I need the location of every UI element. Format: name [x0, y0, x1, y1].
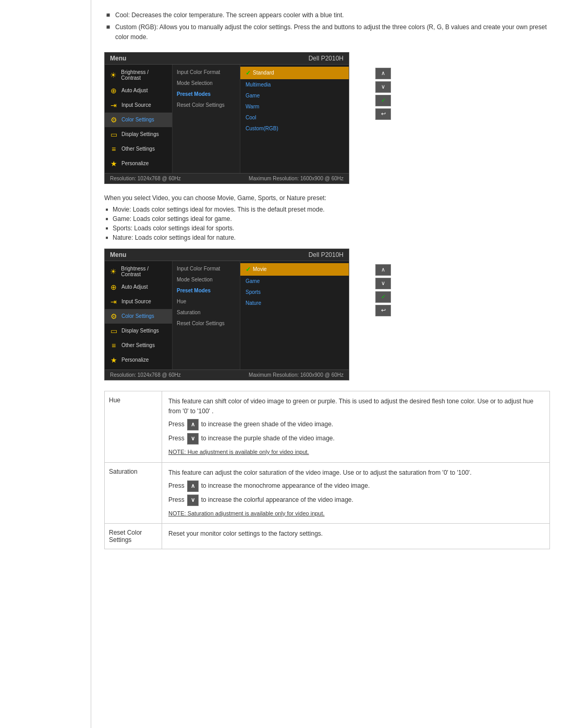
nav-down-2[interactable]: ∨	[375, 278, 391, 289]
footer-left-2: Resolution: 1024x768 @ 60Hz	[110, 372, 181, 378]
personalize-icon-1: ★	[109, 159, 118, 168]
mid-col-1: Input Color Format Mode Selection Preset…	[173, 65, 240, 173]
nav-up-2[interactable]: ∧	[375, 264, 391, 276]
right-standard-label-1: Standard	[253, 70, 274, 76]
other-label-1: Other Settings	[121, 146, 155, 152]
mid-hue-2[interactable]: Hue	[173, 296, 240, 307]
right-custom-1[interactable]: Custom(RGB)	[240, 123, 349, 134]
mid-col-2: Input Color Format Mode Selection Preset…	[173, 261, 240, 369]
right-multimedia-1[interactable]: Multimedia	[240, 79, 349, 90]
monitor-ui-2: Menu Dell P2010H ☀ Brightness / Contrast…	[104, 249, 370, 380]
right-cool-1[interactable]: Cool	[240, 112, 349, 123]
sidebar-color-2[interactable]: ⚙ Color Settings	[105, 309, 172, 324]
mid-mode-selection-1[interactable]: Mode Selection	[173, 78, 240, 89]
display-label-2: Display Settings	[121, 328, 159, 334]
monitor-ui-1: Menu Dell P2010H ☀ Brightness / Contrast…	[104, 52, 370, 184]
display-label-1: Display Settings	[121, 131, 159, 137]
press-label-hue-down: Press	[168, 434, 185, 443]
nav-down-1[interactable]: ∨	[375, 81, 391, 93]
right-sports-2[interactable]: Sports	[240, 287, 349, 298]
sidebar-other-2[interactable]: ≡ Other Settings	[105, 338, 172, 353]
nav-back-2[interactable]: ↩	[375, 305, 391, 316]
right-warm-1[interactable]: Warm	[240, 101, 349, 112]
sidebar-personalize-1[interactable]: ★ Personalize	[105, 156, 172, 171]
right-nature-2[interactable]: Nature	[240, 298, 349, 309]
press-label-sat-up: Press	[168, 481, 185, 491]
right-movie-label-2: Movie	[253, 266, 267, 272]
saturation-down-btn[interactable]: ∨	[187, 495, 199, 506]
feature-row-hue: Hue This feature can shift color of vide…	[105, 391, 549, 463]
mid-mode-selection-2[interactable]: Mode Selection	[173, 274, 240, 285]
auto-label-2: Auto Adjust	[121, 284, 148, 290]
auto-icon-2: ⊕	[109, 282, 118, 292]
between-intro: When you select Video, you can choose Mo…	[104, 194, 550, 202]
sidebar-personalize-2[interactable]: ★ Personalize	[105, 353, 172, 367]
check-icon-1: ✓	[246, 69, 251, 77]
right-standard-1[interactable]: ✓ Standard	[240, 67, 349, 79]
sidebar-other-1[interactable]: ≡ Other Settings	[105, 142, 172, 156]
sidebar-2: ☀ Brightness / Contrast ⊕ Auto Adjust ⇥ …	[105, 261, 173, 369]
sidebar-auto-1[interactable]: ⊕ Auto Adjust	[105, 83, 172, 98]
check-icon-2: ✓	[246, 266, 251, 273]
other-label-2: Other Settings	[121, 342, 155, 348]
monitor-body-2: ☀ Brightness / Contrast ⊕ Auto Adjust ⇥ …	[105, 261, 349, 369]
sidebar-display-1[interactable]: ▭ Display Settings	[105, 127, 172, 142]
model-label-2: Dell P2010H	[309, 251, 344, 258]
sidebar-auto-2[interactable]: ⊕ Auto Adjust	[105, 280, 172, 294]
sidebar-1: ☀ Brightness / Contrast ⊕ Auto Adjust ⇥ …	[105, 65, 173, 173]
right-col-2: ✓ Movie Game Sports Nature	[240, 261, 349, 369]
footer-right-2: Maximum Resolution: 1600x900 @ 60Hz	[249, 372, 344, 378]
monitor-display-2: Menu Dell P2010H ☀ Brightness / Contrast…	[104, 249, 349, 380]
sidebar-brightness-1[interactable]: ☀ Brightness / Contrast	[105, 67, 172, 83]
personalize-label-1: Personalize	[121, 161, 149, 166]
color-label-2: Color Settings	[121, 313, 154, 319]
sidebar-color-1[interactable]: ⚙ Color Settings	[105, 113, 172, 127]
brightness-label-2: Brightness / Contrast	[121, 266, 168, 277]
hue-down-btn[interactable]: ∨	[187, 433, 199, 445]
saturation-down-text: to increase the colorful appearance of t…	[201, 495, 353, 505]
mid-input-format-1[interactable]: Input Color Format	[173, 67, 240, 78]
color-label-1: Color Settings	[121, 117, 154, 122]
monitor-footer-2: Resolution: 1024x768 @ 60Hz Maximum Reso…	[105, 369, 349, 380]
input-icon-2: ⇥	[109, 297, 118, 306]
nav-buttons-1: ∧ ∨ ✓ ↩	[375, 68, 391, 120]
mid-reset-color-1[interactable]: Reset Color Settings	[173, 100, 240, 110]
monitor-body-1: ☀ Brightness / Contrast ⊕ Auto Adjust ⇥ …	[105, 65, 349, 173]
sidebar-display-2[interactable]: ▭ Display Settings	[105, 324, 172, 338]
hue-note: NOTE: Hue adjustment is available only f…	[168, 448, 543, 457]
feature-table: Hue This feature can shift color of vide…	[104, 391, 550, 550]
monitor-display-1: Menu Dell P2010H ☀ Brightness / Contrast…	[104, 52, 349, 184]
mid-saturation-2[interactable]: Saturation	[173, 307, 240, 318]
color-icon-2: ⚙	[109, 312, 118, 321]
right-game-2[interactable]: Game	[240, 276, 349, 287]
feature-row-saturation: Saturation This feature can adjust the c…	[105, 463, 549, 524]
bullet-custom: ◾ Custom (RGB): Allows you to manually a…	[104, 22, 550, 42]
hue-intro: This feature can shift color of video im…	[168, 398, 533, 415]
sidebar-input-1[interactable]: ⇥ Input Source	[105, 98, 172, 113]
sidebar-brightness-2[interactable]: ☀ Brightness / Contrast	[105, 263, 172, 280]
press-label-sat-down: Press	[168, 495, 185, 505]
nav-check-1[interactable]: ✓	[375, 95, 391, 106]
mid-preset-modes-2[interactable]: Preset Modes	[173, 285, 240, 296]
hue-content: This feature can shift color of video im…	[162, 391, 549, 462]
bullet-dot-1: ◾	[104, 10, 112, 20]
mid-input-format-2[interactable]: Input Color Format	[173, 263, 240, 274]
nav-up-1[interactable]: ∧	[375, 68, 391, 79]
right-game-1[interactable]: Game	[240, 90, 349, 101]
saturation-up-btn[interactable]: ∧	[187, 480, 199, 492]
hue-up-btn[interactable]: ∧	[187, 419, 199, 430]
brightness-icon-1: ☀	[109, 70, 118, 80]
reset-content: Reset your monitor color settings to the…	[162, 524, 549, 549]
mid-reset-color-2[interactable]: Reset Color Settings	[173, 318, 240, 329]
between-bullet-1: Movie: Loads color settings ideal for mo…	[104, 206, 550, 213]
right-movie-2[interactable]: ✓ Movie	[240, 263, 349, 276]
hue-press-up: Press ∧ to increase the green shade of t…	[168, 419, 543, 430]
saturation-label: Saturation	[105, 463, 162, 524]
mid-preset-modes-1[interactable]: Preset Modes	[173, 89, 240, 100]
sidebar-input-2[interactable]: ⇥ Input Source	[105, 294, 172, 309]
menu-label-2: Menu	[110, 251, 126, 258]
right-col-1: ✓ Standard Multimedia Game Warm Cool Cus…	[240, 65, 349, 173]
personalize-icon-2: ★	[109, 355, 118, 365]
nav-check-2[interactable]: ✓	[375, 291, 391, 303]
nav-back-1[interactable]: ↩	[375, 108, 391, 120]
